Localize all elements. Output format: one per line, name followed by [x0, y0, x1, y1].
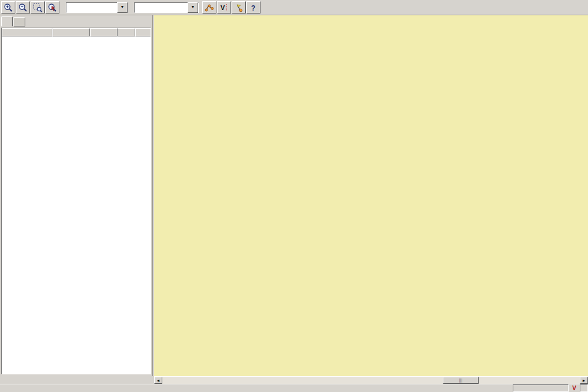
help-button[interactable]: ?: [246, 1, 260, 14]
tab-optimal[interactable]: [1, 16, 13, 26]
toolbar: ▼ ▼ V ?: [0, 0, 588, 15]
zoom-out-icon: [18, 3, 28, 12]
zoom-region-icon: [33, 3, 42, 12]
status-via-icon: V: [570, 384, 579, 392]
zoom-region-button[interactable]: [31, 1, 45, 14]
map-view[interactable]: [154, 15, 588, 376]
route-table: [1, 28, 151, 374]
route-icon: [205, 3, 214, 12]
calculate-route-button[interactable]: [202, 1, 216, 14]
alternative-tabs: [0, 15, 152, 28]
zoom-in-button[interactable]: [1, 1, 15, 14]
map-canvas: [154, 15, 588, 376]
via-point-button[interactable]: V: [217, 1, 231, 14]
column-follow[interactable]: [90, 28, 118, 36]
via-icon: V: [219, 3, 229, 12]
status-bar: V: [0, 384, 588, 392]
flag-pin-icon: [234, 3, 243, 12]
column-distance[interactable]: [118, 28, 135, 36]
column-time[interactable]: [135, 28, 151, 36]
tab-1st-alternative[interactable]: [14, 17, 25, 26]
column-location[interactable]: [2, 28, 52, 36]
status-arrival-field: [580, 384, 588, 392]
svg-text:V: V: [220, 4, 225, 11]
column-road[interactable]: [52, 28, 90, 36]
departure-dropdown-icon[interactable]: ▼: [117, 2, 128, 13]
departure-combobox[interactable]: ▼: [66, 2, 128, 13]
scroll-right-arrow-icon[interactable]: ►: [580, 377, 588, 384]
arrival-dropdown-icon[interactable]: ▼: [188, 2, 198, 13]
zoom-out-button[interactable]: [16, 1, 30, 14]
help-icon: ?: [249, 3, 258, 12]
map-horizontal-scrollbar: ◄ ||| ►: [154, 376, 588, 384]
zoom-pointer-icon: [48, 3, 57, 12]
scrollbar-thumb[interactable]: |||: [443, 377, 479, 384]
zoom-in-icon: [4, 3, 13, 12]
status-departure-field: [513, 384, 569, 392]
zoom-pointer-button[interactable]: [45, 1, 59, 14]
svg-text:?: ?: [251, 4, 255, 12]
route-list-panel: [0, 15, 153, 376]
arrival-combobox[interactable]: ▼: [134, 2, 199, 13]
scroll-left-arrow-icon[interactable]: ◄: [154, 377, 162, 384]
route-options-button[interactable]: [232, 1, 246, 14]
route-table-header: [2, 28, 151, 36]
